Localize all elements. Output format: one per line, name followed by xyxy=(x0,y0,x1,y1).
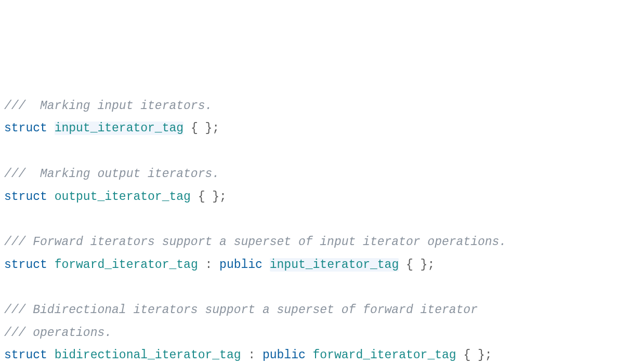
code-line: /// Forward iterators support a superset… xyxy=(4,231,638,254)
code-line: /// operations. xyxy=(4,322,638,345)
token-punct: : xyxy=(241,348,263,362)
code-line xyxy=(4,276,638,299)
token-keyword: struct xyxy=(4,190,47,204)
token-type: bidirectional_iterator_tag xyxy=(55,348,241,362)
token-keyword: struct xyxy=(4,122,47,135)
code-line xyxy=(4,208,638,231)
code-line: /// Marking input iterators. xyxy=(4,95,638,118)
token xyxy=(263,258,270,272)
code-line: /// Bidirectional iterators support a su… xyxy=(4,299,638,322)
token xyxy=(47,190,55,204)
code-line xyxy=(4,140,638,163)
code-line: /// Marking output iterators. xyxy=(4,163,638,186)
token-type: output_iterator_tag xyxy=(55,190,191,204)
token xyxy=(47,258,55,272)
code-line: struct input_iterator_tag { }; xyxy=(4,117,638,140)
token-comment: /// Bidirectional iterators support a su… xyxy=(4,303,478,317)
token-comment: /// Forward iterators support a superset… xyxy=(4,235,506,249)
token-comment: /// Marking input iterators. xyxy=(4,99,212,113)
token-keyword: public xyxy=(219,258,263,272)
code-block: /// Marking input iterators.struct input… xyxy=(4,95,638,364)
token-type: forward_iterator_tag xyxy=(313,348,456,362)
token-type: forward_iterator_tag xyxy=(55,258,198,272)
code-line: struct bidirectional_iterator_tag : publ… xyxy=(4,344,638,364)
code-line: struct forward_iterator_tag : public inp… xyxy=(4,254,638,277)
token-keyword: struct xyxy=(4,348,47,362)
token-punct: { }; xyxy=(191,190,227,204)
token-punct: { }; xyxy=(184,122,219,135)
token xyxy=(306,348,313,362)
token xyxy=(47,348,55,362)
token-keyword: public xyxy=(263,348,306,362)
token-keyword: struct xyxy=(4,258,47,272)
code-line: struct output_iterator_tag { }; xyxy=(4,186,638,209)
token-punct: : xyxy=(198,258,219,272)
token-type: input_iterator_tag xyxy=(270,258,399,272)
token-punct: { }; xyxy=(399,258,435,272)
token xyxy=(47,122,55,135)
token-comment: /// operations. xyxy=(4,326,112,340)
token-punct: { }; xyxy=(456,348,492,362)
token-type: input_iterator_tag xyxy=(55,122,184,135)
token-comment: /// Marking output iterators. xyxy=(4,167,219,181)
